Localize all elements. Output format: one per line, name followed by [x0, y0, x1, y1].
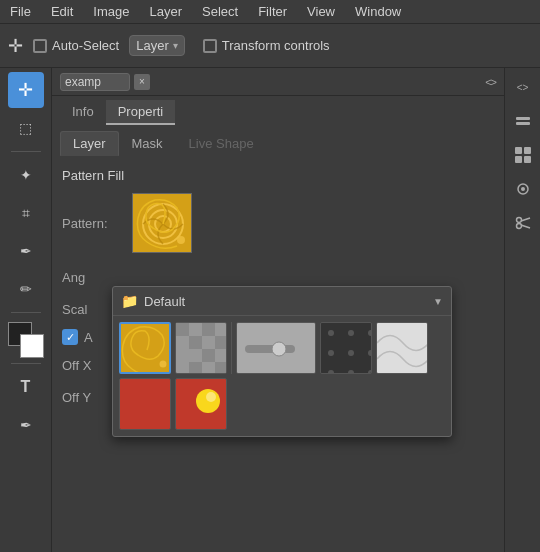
- prop-tab-layer[interactable]: Layer: [60, 131, 119, 156]
- svg-point-18: [160, 361, 167, 368]
- move-tool-icon[interactable]: ✛: [8, 35, 23, 57]
- pattern-label: Pattern:: [62, 216, 122, 231]
- svg-rect-25: [189, 362, 202, 374]
- sub-tabs: Info Properti: [52, 96, 504, 125]
- right-layers-icon[interactable]: [508, 106, 538, 136]
- menu-layer[interactable]: Layer: [148, 4, 185, 19]
- panel-close-button[interactable]: ×: [134, 74, 150, 90]
- panel-title-input[interactable]: [60, 73, 130, 91]
- dropdown-title: Default: [144, 294, 185, 309]
- menu-image[interactable]: Image: [91, 4, 131, 19]
- pattern-thumb-gray[interactable]: [175, 322, 227, 374]
- left-sidebar: ✛ ⬚ ✦ ⌗ ✒ ✏ T ✒: [0, 68, 52, 552]
- prop-tabs: Layer Mask Live Shape: [52, 125, 504, 156]
- pattern-thumb-slider[interactable]: [236, 322, 316, 374]
- svg-rect-24: [202, 349, 215, 362]
- pattern-thumb-red[interactable]: [119, 378, 171, 430]
- menu-bar: File Edit Image Layer Select Filter View…: [0, 0, 540, 24]
- pattern-thumb-light[interactable]: [376, 322, 428, 374]
- pattern-thumb-sun[interactable]: [175, 378, 227, 430]
- tool-brush[interactable]: ✏: [8, 271, 44, 307]
- svg-rect-0: [516, 117, 530, 120]
- right-history-icon[interactable]: [508, 174, 538, 204]
- svg-point-31: [328, 330, 334, 336]
- right-sidebar: <>: [504, 68, 540, 552]
- svg-rect-22: [202, 323, 215, 336]
- tool-pen[interactable]: ✒: [8, 407, 44, 443]
- svg-point-9: [516, 224, 521, 229]
- tool-crop[interactable]: ⌗: [8, 195, 44, 231]
- svg-point-32: [348, 330, 354, 336]
- svg-rect-5: [524, 156, 531, 163]
- right-scissors-icon[interactable]: [508, 208, 538, 238]
- background-color[interactable]: [20, 334, 44, 358]
- svg-rect-4: [515, 156, 522, 163]
- menu-select[interactable]: Select: [200, 4, 240, 19]
- panel-header: × <>: [52, 68, 504, 96]
- tool-move[interactable]: ✛: [8, 72, 44, 108]
- svg-point-29: [272, 342, 286, 356]
- tool-magic-wand[interactable]: ✦: [8, 157, 44, 193]
- pattern-grid-divider: [231, 322, 232, 374]
- right-channels-icon[interactable]: [508, 140, 538, 170]
- menu-filter[interactable]: Filter: [256, 4, 289, 19]
- layer-select-dropdown[interactable]: Layer ▾: [129, 35, 185, 56]
- pattern-grid: [113, 316, 451, 436]
- folder-icon: 📁: [121, 293, 138, 309]
- tab-info[interactable]: Info: [60, 100, 106, 125]
- pattern-row: Pattern:: [62, 193, 494, 253]
- tool-marquee[interactable]: ⬚: [8, 110, 44, 146]
- tool-divider-1: [11, 151, 41, 152]
- tool-divider-2: [11, 312, 41, 313]
- transform-controls-checkbox[interactable]: [203, 39, 217, 53]
- svg-rect-28: [245, 345, 295, 353]
- main-content: × <> Info Properti Layer Mask Live Shape…: [52, 68, 504, 552]
- svg-point-7: [521, 187, 525, 191]
- svg-point-34: [328, 350, 334, 356]
- color-swatches: [8, 322, 44, 358]
- svg-point-8: [516, 218, 521, 223]
- dropdown-arrow-icon: ▼: [433, 296, 443, 307]
- panel-expand-button[interactable]: <>: [485, 76, 496, 88]
- transform-controls-label: Transform controls: [222, 38, 330, 53]
- menu-window[interactable]: Window: [353, 4, 403, 19]
- dropdown-header: 📁 Default ▼: [113, 287, 451, 316]
- pattern-thumb-yellow[interactable]: [119, 322, 171, 374]
- svg-rect-30: [321, 323, 372, 374]
- right-expand-icon[interactable]: <>: [508, 72, 538, 102]
- svg-rect-20: [176, 323, 189, 336]
- pattern-thumb-dark[interactable]: [320, 322, 372, 374]
- svg-rect-41: [120, 379, 171, 430]
- menu-file[interactable]: File: [8, 4, 33, 19]
- toolbar: ✛ Auto-Select Layer ▾ Transform controls: [0, 24, 540, 68]
- menu-view[interactable]: View: [305, 4, 337, 19]
- menu-edit[interactable]: Edit: [49, 4, 75, 19]
- auto-select-group: Auto-Select: [33, 38, 119, 53]
- svg-line-10: [521, 218, 530, 221]
- transform-controls-group: Transform controls: [203, 38, 330, 53]
- svg-rect-21: [189, 336, 202, 349]
- svg-point-44: [206, 392, 216, 402]
- svg-line-11: [521, 225, 530, 228]
- svg-rect-23: [215, 336, 227, 349]
- tool-eyedropper[interactable]: ✒: [8, 233, 44, 269]
- svg-rect-1: [516, 122, 530, 125]
- tab-properties[interactable]: Properti: [106, 100, 176, 125]
- angle-label: Ang: [62, 270, 122, 285]
- align-checkbox[interactable]: ✓: [62, 329, 78, 345]
- auto-select-label: Auto-Select: [52, 38, 119, 53]
- pattern-swatch[interactable]: [132, 193, 192, 253]
- layer-select-arrow: ▾: [173, 40, 178, 51]
- svg-rect-26: [215, 362, 227, 374]
- svg-rect-3: [524, 147, 531, 154]
- pattern-dropdown[interactable]: 📁 Default ▼: [112, 286, 452, 437]
- prop-tab-mask[interactable]: Mask: [119, 131, 176, 156]
- svg-rect-2: [515, 147, 522, 154]
- svg-point-35: [348, 350, 354, 356]
- section-title: Pattern Fill: [62, 168, 494, 183]
- layer-select-label: Layer: [136, 38, 169, 53]
- svg-point-16: [177, 236, 185, 244]
- tool-text[interactable]: T: [8, 369, 44, 405]
- tool-divider-3: [11, 363, 41, 364]
- auto-select-checkbox[interactable]: [33, 39, 47, 53]
